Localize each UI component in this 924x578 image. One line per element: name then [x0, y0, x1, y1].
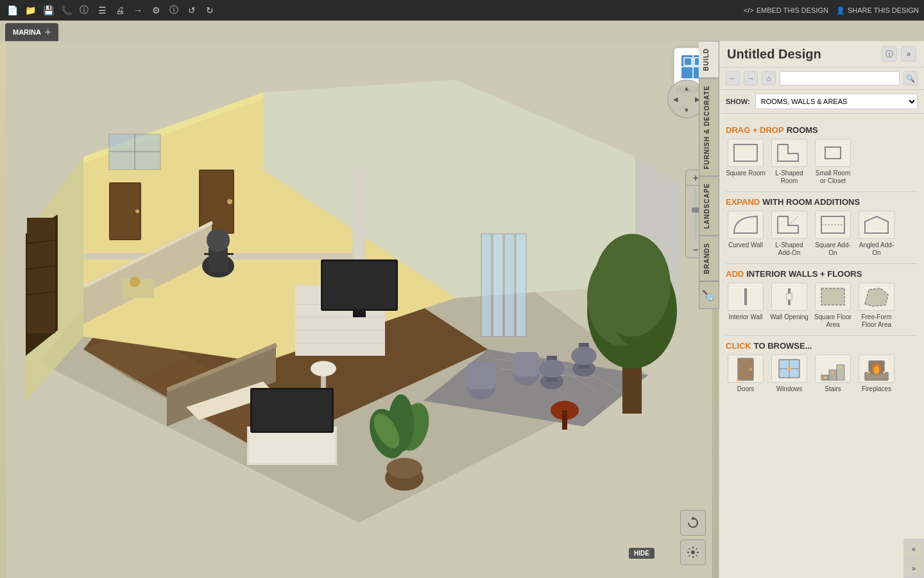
stairs-item[interactable]: Stairs [813, 355, 853, 393]
wall-opening-item[interactable]: Wall Opening [769, 283, 809, 329]
lshaped-addon-item[interactable]: L-Shaped Add-On [769, 211, 809, 257]
svg-rect-53 [204, 253, 210, 255]
show-select[interactable]: ROOMS, WALLS & AREAS [755, 94, 918, 109]
svg-rect-76 [562, 410, 567, 430]
undo-icon[interactable]: ↺ [185, 3, 199, 17]
tab-furnish[interactable]: FURNISH & DECORATE [699, 78, 719, 177]
info-icon[interactable]: ⓘ [77, 3, 91, 17]
square-room-item[interactable]: Square Room [726, 139, 766, 185]
print-icon[interactable]: 🖨 [113, 3, 127, 17]
small-room-icon [815, 139, 851, 167]
nav-left-btn[interactable]: ◀ [669, 92, 682, 105]
square-room-label: Square Room [726, 170, 766, 177]
saveas-icon[interactable]: 📞 [59, 3, 73, 17]
main-area: VIEW IN 2D ▲ ▼ ◀ ▶ + − [0, 41, 924, 578]
svg-rect-94 [734, 144, 757, 161]
hide-btn[interactable]: HIDE [629, 548, 654, 559]
square-addon-icon [815, 211, 851, 239]
divider-2 [726, 263, 918, 264]
expand-rest: WITH ROOM ADDITIONS [762, 197, 860, 207]
stairs-icon [815, 355, 851, 383]
share-label: SHARE THIS DESIGN [848, 6, 919, 14]
zoom-slider-track[interactable] [694, 188, 697, 240]
share-btn[interactable]: 👤 SHARE THIS DESIGN [836, 6, 919, 15]
interior-wall-icon [728, 283, 764, 311]
doors-item[interactable]: Doors [726, 355, 766, 393]
tab-build[interactable]: BUILD [699, 41, 719, 78]
canvas-area[interactable]: VIEW IN 2D ▲ ▼ ◀ ▶ + − [0, 41, 719, 578]
collapse-up-btn[interactable]: « [903, 539, 924, 559]
room-canvas [0, 41, 719, 578]
save-icon[interactable]: 💾 [41, 3, 55, 17]
square-addon-item[interactable]: Square Add-On [813, 211, 853, 257]
small-room-label: Small Room or Closet [813, 170, 853, 185]
export-icon[interactable]: → [131, 3, 145, 17]
settings-icon[interactable]: ⚙ [149, 3, 163, 17]
toolbar-right: </> EMBED THIS DESIGN 👤 SHARE THIS DESIG… [744, 6, 919, 15]
lshaped-room-item[interactable]: L-Shaped Room [769, 139, 809, 185]
svg-point-41 [130, 277, 140, 287]
info-panel-btn[interactable]: ⓘ [882, 46, 897, 62]
interior-wall-item[interactable]: Interior Wall [726, 283, 766, 329]
angled-addon-label: Angled Add-On [857, 241, 896, 257]
redo-icon[interactable]: ↻ [203, 3, 217, 17]
curved-wall-label: Curved Wall [728, 241, 763, 249]
svg-rect-86 [513, 352, 539, 376]
square-addon-label: Square Add-On [813, 241, 853, 257]
lshaped-room-label: L-Shaped Room [769, 170, 809, 185]
expand-grid: Curved Wall L-Shaped Add-On [726, 211, 918, 257]
svg-rect-103 [787, 293, 792, 300]
tab-landscape[interactable]: LANDSCAPE [699, 176, 719, 236]
collapse-down-btn[interactable]: » [903, 559, 924, 578]
list-icon[interactable]: ☰ [95, 3, 109, 17]
fireplaces-item[interactable]: Fireplaces [857, 355, 896, 393]
drag-drop-grid: Square Room L-Shaped Room [726, 139, 918, 185]
open-icon[interactable]: 📁 [23, 3, 37, 17]
square-room-icon [728, 139, 764, 167]
new-icon[interactable]: 📄 [5, 3, 19, 17]
svg-point-123 [868, 371, 870, 374]
freeform-floor-item[interactable]: Free-Form Floor Area [857, 283, 896, 329]
curved-wall-item[interactable]: Curved Wall [726, 211, 766, 257]
panel-header: Untitled Design ⓘ » [719, 41, 924, 67]
svg-rect-27 [493, 234, 503, 337]
wall-opening-label: Wall Opening [770, 313, 809, 321]
fireplaces-label: Fireplaces [862, 385, 891, 393]
collapse-panel-btn[interactable]: » [901, 46, 916, 62]
panel-bottom: « » [903, 539, 924, 578]
back-btn[interactable]: ← [726, 71, 740, 85]
interior-wall-label: Interior Wall [729, 313, 763, 321]
fireplaces-icon [859, 355, 894, 383]
tab-add-btn[interactable]: + [45, 26, 51, 38]
small-room-item[interactable]: Small Room or Closet [813, 139, 853, 185]
forward-btn[interactable]: → [744, 71, 758, 85]
svg-rect-84 [467, 362, 495, 389]
svg-marker-105 [865, 288, 888, 306]
square-floor-item[interactable]: Square Floor Area [813, 283, 853, 329]
home-btn[interactable]: ⌂ [762, 71, 776, 85]
nav-down-btn[interactable]: ▼ [680, 103, 693, 116]
svg-rect-54 [227, 253, 234, 255]
help-icon[interactable]: ⓘ [167, 3, 181, 17]
tab-marina[interactable]: MARINA + [5, 23, 58, 41]
angled-addon-item[interactable]: Angled Add-On [857, 211, 896, 257]
interior-grid: Interior Wall Wall Opening [726, 283, 918, 329]
svg-point-93 [691, 550, 695, 554]
windows-label: Windows [776, 385, 803, 393]
search-go-btn[interactable]: 🔍 [903, 71, 918, 85]
embed-btn[interactable]: </> EMBED THIS DESIGN [744, 6, 828, 14]
svg-point-122 [874, 366, 879, 374]
tabbar: MARINA + [0, 21, 924, 41]
windows-item[interactable]: Windows [769, 355, 809, 393]
interior-header: ADD INTERIOR WALLS + FLOORS [726, 269, 918, 279]
toolbar: 📄 📁 💾 📞 ⓘ ☰ 🖨 → ⚙ ⓘ ↺ ↻ </> EMBED THIS D… [0, 0, 924, 21]
svg-point-116 [824, 376, 826, 379]
tab-search[interactable]: 🔍 [699, 281, 719, 309]
divider-3 [726, 335, 918, 336]
tab-brands[interactable]: BRANDS [699, 236, 719, 281]
svg-point-107 [749, 368, 753, 371]
svg-line-96 [788, 216, 798, 225]
tab-label: MARINA [13, 28, 41, 36]
search-input[interactable] [780, 71, 900, 85]
svg-rect-26 [481, 234, 492, 337]
